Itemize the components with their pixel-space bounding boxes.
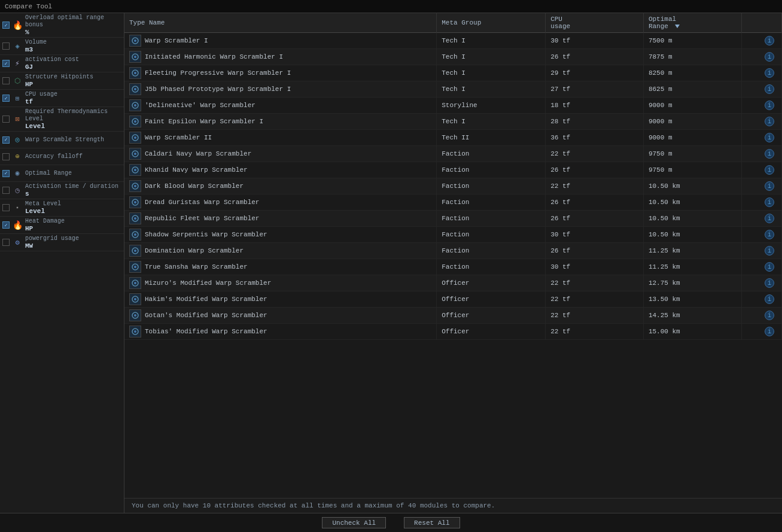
cpu-icon: ⊞ <box>12 93 23 104</box>
sidebar-item-activation-cost[interactable]: ⚡activation costGJ <box>0 55 124 72</box>
col-header-type-name[interactable]: Type Name <box>124 13 437 33</box>
sidebar: 🔥Overload optimal range bonus%◈Volumem3⚡… <box>0 13 124 513</box>
item-icon-17 <box>129 293 141 305</box>
sidebar-checkbox-meta-level[interactable] <box>2 204 10 211</box>
sidebar-checkbox-activation-time[interactable] <box>2 187 10 194</box>
info-button-3[interactable]: i <box>765 68 774 78</box>
sidebar-item-req-thermo[interactable]: ⊠Required Thermodynamics LevelLevel <box>0 107 124 132</box>
table-area: Type Name Meta Group CPUusage Optimal Ra… <box>124 13 782 513</box>
info-button-19[interactable]: i <box>765 327 774 336</box>
sidebar-checkbox-overload-range[interactable] <box>2 22 10 29</box>
info-button-1[interactable]: i <box>765 36 774 45</box>
sidebar-item-warp-scramble[interactable]: ◎Warp Scramble Strength <box>0 132 124 148</box>
info-button-5[interactable]: i <box>765 101 774 110</box>
sidebar-checkbox-powergrid[interactable] <box>2 239 10 246</box>
cell-range-17: 13.50 km <box>643 291 741 308</box>
cell-cpu-14: 26 tf <box>546 243 644 259</box>
info-button-10[interactable]: i <box>765 181 774 191</box>
info-button-17[interactable]: i <box>765 294 774 304</box>
svg-point-21 <box>134 201 136 203</box>
item-icon-7 <box>129 132 141 144</box>
table-row: Shadow Serpentis Warp Scrambler Faction3… <box>124 227 782 243</box>
scope-icon: ◉ <box>12 168 23 179</box>
info-button-18[interactable]: i <box>765 311 774 320</box>
cell-info-12: i <box>741 211 781 227</box>
info-button-11[interactable]: i <box>765 197 774 207</box>
item-icon-4 <box>129 83 141 95</box>
cell-meta-18: Officer <box>437 308 546 324</box>
cell-info-9: i <box>741 162 781 178</box>
sidebar-item-optimal-range[interactable]: ◉Optimal Range <box>0 165 124 182</box>
info-button-7[interactable]: i <box>765 133 774 142</box>
item-name-9: Khanid Navy Warp Scrambler <box>145 166 248 174</box>
info-button-14[interactable]: i <box>765 246 774 256</box>
item-name-7: Warp Scrambler II <box>145 134 212 141</box>
info-button-8[interactable]: i <box>765 149 774 159</box>
table-row: Faint Epsilon Warp Scrambler I Tech I28 … <box>124 114 782 130</box>
cell-meta-5: Storyline <box>437 98 546 114</box>
col-header-optimal-range[interactable]: Optimal Range <box>643 13 741 33</box>
sidebar-label-req-thermo: Required Thermodynamics Level <box>25 108 121 123</box>
cell-meta-4: Tech I <box>437 81 546 98</box>
sidebar-item-meta-level[interactable]: ▪Meta LevelLevel <box>0 199 124 217</box>
info-button-12[interactable]: i <box>765 214 774 223</box>
sidebar-value-meta-level: Level <box>25 208 121 215</box>
sidebar-item-powergrid[interactable]: ⚙powergrid usageMW <box>0 234 124 251</box>
svg-point-19 <box>134 185 136 187</box>
cell-info-10: i <box>741 178 781 194</box>
sidebar-value-structure-hp: HP <box>25 81 121 88</box>
table-container[interactable]: Type Name Meta Group CPUusage Optimal Ra… <box>124 13 782 498</box>
col-header-meta-group[interactable]: Meta Group <box>437 13 546 33</box>
sidebar-checkbox-structure-hp[interactable] <box>2 77 10 84</box>
sidebar-checkbox-heat-damage[interactable] <box>2 221 10 229</box>
crosshair-icon: ⊕ <box>12 151 23 162</box>
cell-cpu-16: 22 tf <box>546 275 644 291</box>
info-button-15[interactable]: i <box>765 262 774 272</box>
sidebar-checkbox-volume[interactable] <box>2 42 10 50</box>
table-row: Dread Guristas Warp Scrambler Faction26 … <box>124 194 782 211</box>
sidebar-checkbox-activation-cost[interactable] <box>2 60 10 67</box>
notice-bar: You can only have 10 attributes checked … <box>124 498 782 513</box>
cell-name-6: Faint Epsilon Warp Scrambler I <box>124 114 437 130</box>
cell-name-11: Dread Guristas Warp Scrambler <box>124 194 437 211</box>
cell-name-18: Gotan's Modified Warp Scrambler <box>124 308 437 324</box>
sidebar-checkbox-cpu-usage[interactable] <box>2 95 10 102</box>
info-button-16[interactable]: i <box>765 278 774 288</box>
table-row: Fleeting Progressive Warp Scrambler I Te… <box>124 65 782 81</box>
sidebar-checkbox-optimal-range[interactable] <box>2 170 10 177</box>
item-icon-13 <box>129 229 141 241</box>
info-button-13[interactable]: i <box>765 230 774 239</box>
sidebar-item-overload-range[interactable]: 🔥Overload optimal range bonus% <box>0 13 124 38</box>
svg-point-35 <box>134 314 136 317</box>
sidebar-item-heat-damage[interactable]: 🔥Heat DamageHP <box>0 217 124 234</box>
svg-point-3 <box>134 56 136 58</box>
cell-cpu-2: 26 tf <box>546 49 644 65</box>
sidebar-checkbox-warp-scramble[interactable] <box>2 136 10 144</box>
cell-name-19: Tobias' Modified Warp Scrambler <box>124 324 437 340</box>
info-button-9[interactable]: i <box>765 165 774 175</box>
sidebar-checkbox-accuracy-falloff[interactable] <box>2 153 10 160</box>
info-button-4[interactable]: i <box>765 84 774 94</box>
cell-name-10: Dark Blood Warp Scrambler <box>124 178 437 194</box>
table-row: Gotan's Modified Warp Scrambler Officer2… <box>124 308 782 324</box>
sidebar-item-volume[interactable]: ◈Volumem3 <box>0 38 124 55</box>
cell-cpu-4: 27 tf <box>546 81 644 98</box>
item-name-12: Republic Fleet Warp Scrambler <box>145 215 259 222</box>
info-button-2[interactable]: i <box>765 52 774 62</box>
sidebar-item-accuracy-falloff[interactable]: ⊕Accuracy falloff <box>0 148 124 165</box>
reset-all-button[interactable]: Reset All <box>404 517 460 528</box>
uncheck-all-button[interactable]: Uncheck All <box>322 517 386 528</box>
cell-name-15: True Sansha Warp Scrambler <box>124 259 437 275</box>
info-button-6[interactable]: i <box>765 117 774 126</box>
sidebar-label-structure-hp: Structure Hitpoints <box>25 74 121 81</box>
item-name-6: Faint Epsilon Warp Scrambler I <box>145 118 263 125</box>
item-icon-2 <box>129 51 141 63</box>
sidebar-value-heat-damage: HP <box>25 225 121 232</box>
sidebar-item-cpu-usage[interactable]: ⊞CPU usagetf <box>0 90 124 107</box>
col-header-cpu[interactable]: CPUusage <box>546 13 644 33</box>
sidebar-item-activation-time[interactable]: ◷Activation time / durations <box>0 182 124 199</box>
sidebar-item-structure-hp[interactable]: ⬡Structure HitpointsHP <box>0 72 124 90</box>
cell-range-2: 7875 m <box>643 49 741 65</box>
cell-meta-12: Faction <box>437 211 546 227</box>
sidebar-checkbox-req-thermo[interactable] <box>2 115 10 123</box>
